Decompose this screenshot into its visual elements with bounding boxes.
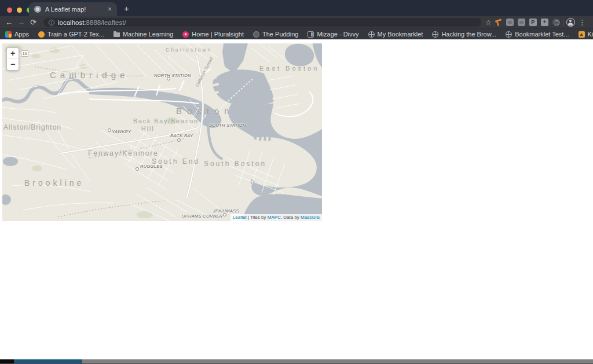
bookmark-label: Mizage - Divvy <box>317 31 358 38</box>
bottom-strip-blue-segment <box>14 359 82 364</box>
forward-button[interactable]: → <box>16 17 26 27</box>
bookmark-item-kickass-destroy[interactable]: Kick Ass - Destro... <box>579 31 593 38</box>
place-label-allston-brighton: Allston/Brighton <box>3 123 61 131</box>
station-marker <box>167 77 170 80</box>
browser-window: A Leaflet map! × + ← → ⟳ i localhost:888… <box>0 0 593 364</box>
circle-extension-icon[interactable] <box>552 19 560 26</box>
reload-button[interactable]: ⟳ <box>28 17 38 27</box>
globe-icon <box>432 31 438 38</box>
traffic-lights <box>7 8 32 13</box>
bottom-strip-black-segment <box>0 359 14 364</box>
station-marker <box>177 138 181 142</box>
globe-icon <box>368 31 375 38</box>
menu-kebab-icon[interactable]: ⋮ <box>579 19 586 26</box>
zoom-out-button[interactable]: − <box>7 59 19 70</box>
url-text: localhost:8888/leaftest/ <box>58 19 126 26</box>
attribution-text: | Tiles by <box>247 215 268 220</box>
page-content: + − 16 Charlestown Cambridge East Boston… <box>0 39 593 359</box>
bookmark-label: Machine Learning <box>123 31 173 38</box>
bookmark-label: Bookmarklet Test... <box>515 31 569 38</box>
station-marker <box>108 128 111 132</box>
pluralsight-play-icon <box>182 31 189 38</box>
place-label-brookline: Brookline <box>24 178 84 187</box>
station-label-south-station: SOUTH STATION <box>209 123 246 128</box>
back-button[interactable]: ← <box>4 17 14 27</box>
bookmark-label: Train a GPT-2 Tex... <box>47 31 104 38</box>
bookmark-item-divvy[interactable]: Mizage - Divvy <box>308 31 358 38</box>
plus-extension-icon[interactable]: + <box>541 19 548 26</box>
bookmark-item-hacking[interactable]: Hacking the Brow... <box>432 31 496 38</box>
bookmark-label: Apps <box>14 31 29 38</box>
zoom-control: + − <box>6 47 19 71</box>
place-label-boston: Boston <box>176 106 235 116</box>
page-info-icon[interactable]: i <box>49 20 54 25</box>
kickass-icon <box>579 31 585 38</box>
bookmark-label: Home | Pluralsight <box>192 31 244 38</box>
tab-close-icon[interactable]: × <box>108 6 112 13</box>
toolbar-divider <box>563 19 563 26</box>
place-label-back-bay-beacon: Back Bay/Beacon <box>133 117 199 124</box>
tab-strip: A Leaflet map! × + <box>0 0 593 16</box>
bookmark-item-gpt2[interactable]: Train a GPT-2 Tex... <box>38 31 104 38</box>
browser-tab[interactable]: A Leaflet map! × <box>29 2 117 16</box>
place-label-fenway-kenmore: Fenway/Kenmore <box>88 149 159 157</box>
extension-icon[interactable] <box>506 19 514 26</box>
close-window-button[interactable] <box>7 8 12 13</box>
leaflet-favicon-icon <box>34 6 41 13</box>
new-tab-button[interactable]: + <box>124 4 129 13</box>
place-label-hill: Hill <box>141 125 155 132</box>
hammer-extension-icon[interactable] <box>495 19 502 26</box>
leaflet-map[interactable]: + − 16 Charlestown Cambridge East Boston… <box>2 43 322 221</box>
bookmark-label: The Pudding <box>262 31 298 38</box>
pudding-icon <box>253 31 259 38</box>
apps-grid-icon <box>5 31 12 38</box>
massgis-link[interactable]: MassGIS <box>301 215 320 220</box>
station-label-yawkey: YAWKEY <box>112 129 131 134</box>
bookmark-star-icon[interactable]: ☆ <box>485 19 492 27</box>
place-label-east-boston: East Boston <box>259 65 319 72</box>
place-label-cambridge: Cambridge <box>50 70 129 80</box>
url-path: :8888/leaftest/ <box>84 19 126 26</box>
place-label-charlestown: Charlestown <box>166 47 212 53</box>
bookmark-item-bookmarklet-test[interactable]: Bookmarklet Test... <box>506 31 569 38</box>
bookmark-item-apps[interactable]: Apps <box>5 31 29 38</box>
extensions-area: P + <box>495 19 560 26</box>
route-shield: 16 <box>21 50 28 57</box>
station-label-back-bay: BACK BAY <box>170 133 193 138</box>
station-label-jfk-umass: JFK/UMASS <box>213 208 239 214</box>
address-bar[interactable]: i localhost:8888/leaftest/ <box>43 18 481 27</box>
station-marker <box>223 213 226 216</box>
attribution-text-2: , Data by <box>281 215 301 220</box>
globe-icon <box>506 31 512 38</box>
bookmarks-bar: Apps Train a GPT-2 Tex... Machine Learni… <box>0 28 593 39</box>
folder-icon <box>114 32 120 37</box>
bookmark-label: Hacking the Brow... <box>441 31 496 38</box>
tab-title: A Leaflet map! <box>45 6 104 13</box>
bookmark-item-pudding[interactable]: The Pudding <box>253 31 298 38</box>
orange-circle-icon <box>38 31 45 38</box>
station-label-ruggles: RUGGLES <box>140 164 163 169</box>
bookmark-item-machine-learning[interactable]: Machine Learning <box>114 31 173 38</box>
station-label-north-station: NORTH STATION <box>154 73 191 78</box>
bottom-edge-strip <box>0 359 593 364</box>
map-attribution: Leaflet | Tiles by MAPC, Data by MassGIS <box>230 214 322 221</box>
p-extension-icon[interactable]: P <box>529 19 537 26</box>
station-marker <box>136 167 139 171</box>
toolbar: ← → ⟳ i localhost:8888/leaftest/ ☆ P + ⋮ <box>0 16 593 28</box>
bookmark-label: Kick Ass - Destro... <box>588 31 593 38</box>
bookmark-item-my-bookmarklet[interactable]: My Bookmarklet <box>368 31 423 38</box>
bookmark-item-pluralsight[interactable]: Home | Pluralsight <box>182 31 244 38</box>
leaflet-link[interactable]: Leaflet <box>233 215 247 220</box>
bookmark-label: My Bookmarklet <box>378 31 423 38</box>
divvy-panes-icon <box>308 31 314 38</box>
minimize-window-button[interactable] <box>17 8 22 13</box>
extension-icon-2[interactable] <box>518 19 525 26</box>
mapc-link[interactable]: MAPC <box>268 215 281 220</box>
profile-avatar[interactable] <box>566 18 575 27</box>
zoom-in-button[interactable]: + <box>7 48 19 59</box>
url-host: localhost <box>58 19 84 26</box>
station-label-uphams-corner: UPHAMS CORNER <box>182 214 223 219</box>
place-label-south-boston: South Boston <box>204 160 266 168</box>
